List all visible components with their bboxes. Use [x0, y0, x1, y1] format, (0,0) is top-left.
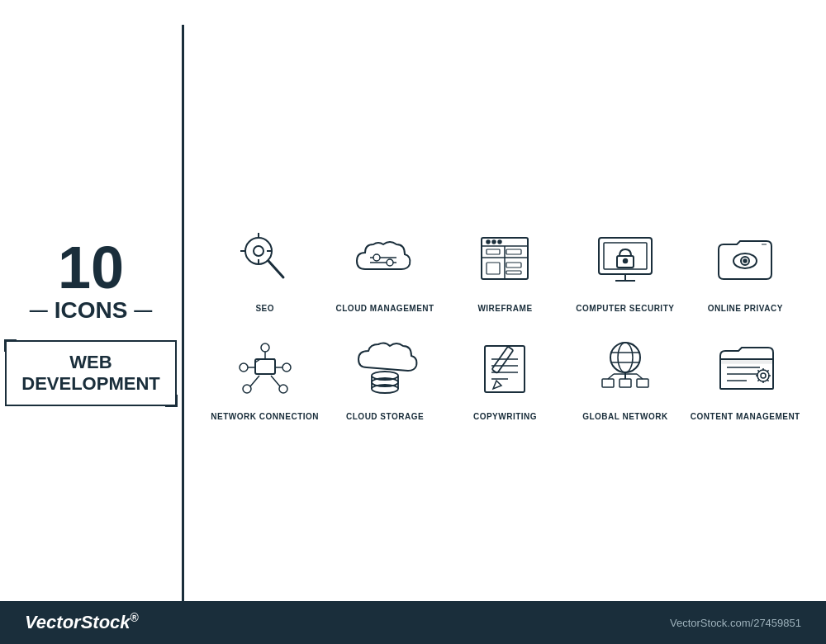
svg-rect-33 — [255, 359, 275, 374]
svg-point-13 — [487, 240, 490, 244]
svg-point-10 — [387, 259, 393, 266]
footer-registered: ® — [131, 611, 139, 624]
svg-rect-20 — [487, 263, 500, 274]
svg-rect-19 — [506, 249, 521, 254]
footer: VectorStock® VectorStock.com/27459851 — [0, 601, 826, 644]
svg-rect-51 — [485, 346, 525, 392]
icon-item-copywriting: COPYWRITING — [449, 330, 561, 422]
icon-item-seo: SEO — [209, 222, 320, 314]
svg-point-28 — [623, 259, 627, 263]
icons-label: — ICONS — — [30, 297, 153, 324]
svg-rect-21 — [506, 263, 521, 268]
icon-item-wireframe: WIREFRAME — [449, 222, 561, 314]
icon-item-cloud-management: CLOUD MANAGEMENT — [329, 222, 440, 314]
network-connection-icon — [228, 330, 302, 405]
icons-grid: SEO CLOUD MANAGEMENT — [209, 222, 801, 422]
svg-line-42 — [250, 376, 259, 386]
copywriting-label: COPYWRITING — [473, 411, 537, 422]
svg-point-32 — [743, 259, 747, 263]
network-connection-label: NETWORK CONNECTION — [211, 411, 319, 422]
icon-item-network-connection: NETWORK CONNECTION — [209, 330, 320, 422]
online-privacy-icon — [708, 222, 782, 296]
wireframe-icon — [468, 222, 542, 296]
cloud-management-label: CLOUD MANAGEMENT — [336, 303, 434, 314]
svg-rect-22 — [506, 271, 521, 274]
svg-point-36 — [282, 363, 291, 372]
category-line2: DEVELOPMENT — [21, 373, 159, 395]
dash-right: — — [134, 300, 152, 321]
seo-label: SEO — [255, 303, 274, 314]
cloud-storage-label: CLOUD STORAGE — [346, 411, 424, 422]
dash-left: — — [30, 300, 48, 321]
svg-rect-63 — [602, 379, 614, 387]
svg-rect-18 — [487, 249, 500, 254]
content-management-label: CONTENT MANAGEMENT — [691, 411, 800, 422]
svg-point-5 — [254, 246, 263, 256]
footer-url: VectorStock.com/27459851 — [670, 617, 801, 629]
svg-rect-84 — [722, 361, 771, 363]
cloud-storage-icon — [348, 330, 422, 405]
svg-line-66 — [608, 374, 614, 379]
svg-line-81 — [767, 380, 769, 381]
wireframe-label: WIREFRAME — [477, 303, 532, 314]
icon-item-cloud-storage: CLOUD STORAGE — [329, 330, 440, 422]
svg-line-80 — [758, 370, 760, 372]
svg-rect-65 — [637, 379, 648, 387]
copywriting-icon — [468, 330, 542, 405]
icon-item-online-privacy: ONLINE PRIVACY — [690, 222, 801, 314]
icon-item-computer-security: COMPUTER SECURITY — [569, 222, 681, 314]
svg-point-8 — [373, 254, 380, 261]
svg-point-15 — [498, 240, 501, 244]
svg-point-58 — [610, 343, 640, 372]
category-line1: WEB — [21, 352, 159, 373]
seo-icon — [228, 222, 302, 296]
computer-security-icon — [588, 222, 662, 296]
right-panel: SEO CLOUD MANAGEMENT — [184, 0, 826, 644]
category-box: WEB DEVELOPMENT — [5, 340, 176, 407]
content-management-icon — [708, 330, 782, 405]
global-network-label: GLOBAL NETWORK — [582, 411, 667, 422]
icons-text: ICONS — [55, 297, 128, 324]
svg-point-35 — [240, 363, 248, 372]
footer-logo: VectorStock® — [25, 611, 139, 633]
svg-line-82 — [758, 380, 760, 381]
svg-rect-56 — [492, 347, 514, 373]
svg-marker-57 — [493, 381, 501, 389]
svg-point-34 — [261, 343, 269, 352]
svg-line-83 — [767, 370, 769, 372]
cloud-management-icon — [348, 222, 422, 296]
svg-line-6 — [268, 261, 283, 277]
icon-item-global-network: GLOBAL NETWORK — [569, 330, 681, 422]
count-number: 10 — [58, 238, 124, 297]
main-container: 10 — ICONS — WEB DEVELOPMENT — [0, 0, 826, 644]
left-panel: 10 — ICONS — WEB DEVELOPMENT — [0, 0, 182, 644]
global-network-icon — [588, 330, 662, 405]
svg-point-59 — [618, 343, 633, 372]
svg-line-43 — [271, 376, 280, 386]
computer-security-label: COMPUTER SECURITY — [576, 303, 674, 314]
svg-rect-64 — [620, 379, 631, 387]
icon-item-content-management: CONTENT MANAGEMENT — [690, 330, 801, 422]
online-privacy-label: ONLINE PRIVACY — [708, 303, 783, 314]
footer-logo-text: VectorStock — [25, 613, 131, 633]
svg-point-14 — [492, 240, 496, 244]
svg-line-68 — [637, 374, 643, 379]
